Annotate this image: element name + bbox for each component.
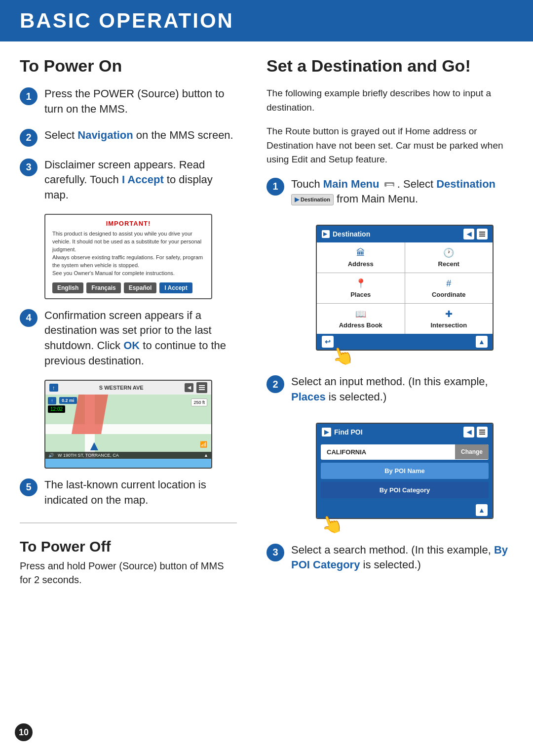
step-num-4: 4 <box>20 309 38 327</box>
poi-body: CALIFORNIA Change By POI Name By POI Cat… <box>317 440 493 502</box>
accept-button[interactable]: I Accept <box>159 282 192 293</box>
main-content: To Power On 1 Press the POWER (Source) b… <box>0 56 533 587</box>
map-distance: 250 ft <box>191 398 207 406</box>
step-text-1: Press the POWER (Source) button to turn … <box>44 86 237 117</box>
poi-back-icon[interactable]: ◀ <box>463 427 474 438</box>
coordinate-cell[interactable]: # Coordinate <box>405 273 493 303</box>
poi-state-row: CALIFORNIA Change <box>321 444 489 460</box>
address-book-cell[interactable]: 📖 Address Book <box>317 304 405 334</box>
places-cell[interactable]: 📍 Places <box>317 273 405 303</box>
step-text-4: Confirmation screen appears if a destina… <box>44 308 237 369</box>
map-road-bottom: W 190TH ST, TORRANCE, CA <box>58 453 119 458</box>
right-step-2: 2 Select an input method. (In this examp… <box>266 374 513 405</box>
section-divider <box>20 522 237 523</box>
step-text-2: Select Navigation on the MMS screen. <box>44 128 233 143</box>
destination-inline-icon: ▶ Destination <box>291 194 334 205</box>
header-bar: BASIC OPERATION <box>0 0 533 41</box>
important-body: This product is designed to assist you w… <box>52 230 204 278</box>
destination-icon <box>322 230 330 238</box>
power-off-title: To Power Off <box>20 538 237 555</box>
page-number: 10 <box>15 723 33 741</box>
address-book-icon: 📖 <box>355 309 366 319</box>
intersection-label: Intersection <box>430 321 467 329</box>
step-num-2: 2 <box>20 129 38 147</box>
right-step-num-3: 3 <box>266 544 284 561</box>
right-step-num-2: 2 <box>266 375 284 393</box>
destination-screen-title: Destination <box>322 230 370 238</box>
step-num-5: 5 <box>20 478 38 496</box>
espanol-button[interactable]: Español <box>124 282 157 293</box>
francais-button[interactable]: Français <box>86 282 120 293</box>
destination-topbar: Destination ◀ <box>317 226 493 242</box>
places-label: Places <box>350 291 371 298</box>
power-on-title: To Power On <box>20 56 237 76</box>
poi-topbar-title: ▶ Find POI <box>322 428 363 437</box>
recent-cell[interactable]: 🕐 Recent <box>405 242 493 273</box>
recent-label: Recent <box>438 260 459 268</box>
poi-bottombar: ▲ <box>317 502 493 518</box>
step-5: 5 The last-known current location is ind… <box>20 477 237 508</box>
poi-change-button[interactable]: Change <box>455 444 489 459</box>
poi-by-category-option[interactable]: By POI Category <box>321 482 489 498</box>
poi-title-icon: ▶ <box>322 428 331 437</box>
map-corner-up: ▲ <box>204 453 208 458</box>
right-step-1: 1 Touch Main Menu . Select Destination ▶ <box>266 177 513 207</box>
english-button[interactable]: English <box>52 282 83 293</box>
power-off-section: To Power Off Press and hold Power (Sourc… <box>20 538 237 587</box>
important-title: IMPORTANT! <box>52 220 204 227</box>
map-body: ↑ 0.2 mi 12:02 ▲ 250 ft 📶 🔊 W 190TH ST, … <box>45 395 211 459</box>
poi-up-btn[interactable]: ▲ <box>476 504 488 516</box>
map-topbar: ↑ S WESTERN AVE ◀ <box>45 381 211 395</box>
poi-topbar-icons: ◀ <box>463 427 488 438</box>
map-miles: 0.2 mi <box>59 397 77 404</box>
menu-icon[interactable] <box>477 229 488 239</box>
destination-screen-wrap: Destination ◀ <box>291 218 494 358</box>
right-step-text-2: Select an input method. (In this example… <box>291 374 513 405</box>
places-icon: 📍 <box>355 278 366 289</box>
destination-title: Set a Destination and Go! <box>266 56 513 76</box>
signal-icon: 📶 <box>200 441 207 448</box>
destination-grid: 🏛 Address 🕐 Recent 📍 Places <box>317 242 493 334</box>
bottombar-back-btn[interactable]: ↩ <box>322 336 334 348</box>
map-info-box: ↑ <box>48 397 56 404</box>
coordinate-icon: # <box>446 279 451 289</box>
speaker-icon: 🔊 <box>48 453 54 458</box>
language-buttons[interactable]: English Français Español I Accept <box>52 282 204 293</box>
recent-icon: 🕐 <box>443 247 454 258</box>
page-title: BASIC OPERATION <box>20 9 513 33</box>
intersection-cell[interactable]: ✚ Intersection <box>405 304 493 334</box>
poi-screen-wrap: ▶ Find POI ◀ <box>291 416 494 526</box>
map-road-top: S WESTERN AVE <box>61 385 182 391</box>
address-book-label: Address Book <box>339 321 382 329</box>
poi-state-label: CALIFORNIA <box>321 444 455 460</box>
right-step-text-3: Select a search method. (In this example… <box>291 543 513 573</box>
step-text-5: The last-known current location is indic… <box>44 477 237 508</box>
step-3: 3 Disclaimer screen appears. Read carefu… <box>20 158 237 203</box>
step-text-3: Disclaimer screen appears. Read carefull… <box>44 158 237 203</box>
step-4: 4 Confirmation screen appears if a desti… <box>20 308 237 369</box>
bottombar-up-btn[interactable]: ▲ <box>476 336 488 348</box>
intro-text-1: The following example briefly describes … <box>266 86 513 115</box>
map-time: 12:02 <box>48 405 65 413</box>
address-icon: 🏛 <box>356 248 365 258</box>
step-num-1: 1 <box>20 87 38 105</box>
step-1: 1 Press the POWER (Source) button to tur… <box>20 86 237 117</box>
topbar-icons: ◀ <box>463 229 488 239</box>
address-cell[interactable]: 🏛 Address <box>317 242 405 273</box>
coordinate-label: Coordinate <box>432 291 466 298</box>
poi-by-name-option[interactable]: By POI Name <box>321 463 489 479</box>
poi-topbar: ▶ Find POI ◀ <box>317 424 493 440</box>
right-column: Set a Destination and Go! The following … <box>257 56 513 587</box>
right-step-3: 3 Select a search method. (In this examp… <box>266 543 513 573</box>
destination-screen: Destination ◀ <box>316 225 494 351</box>
poi-screen: ▶ Find POI ◀ <box>316 423 494 519</box>
poi-menu-icon[interactable] <box>477 427 488 438</box>
intersection-icon: ✚ <box>445 309 453 319</box>
step-2: 2 Select Navigation on the MMS screen. <box>20 128 237 147</box>
step-num-3: 3 <box>20 159 38 176</box>
map-screenshot: ↑ S WESTERN AVE ◀ ↑ 0 <box>44 380 212 469</box>
map-back-icon: ◀ <box>185 383 193 392</box>
power-off-text: Press and hold Power (Source) button of … <box>20 559 237 587</box>
back-icon[interactable]: ◀ <box>463 229 474 239</box>
map-menu-icon <box>196 382 207 393</box>
